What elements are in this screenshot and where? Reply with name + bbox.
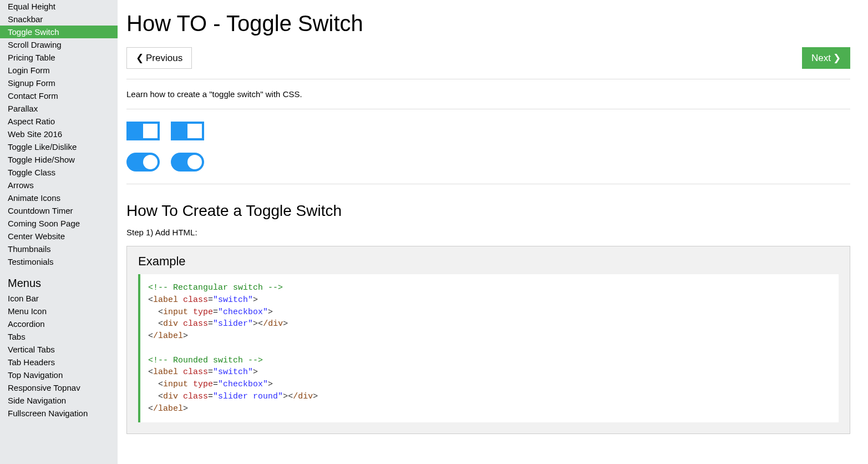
sidebar-heading-menus: Menus xyxy=(0,268,118,292)
chevron-left-icon: ❮ xyxy=(136,52,144,64)
sidebar-item[interactable]: Toggle Hide/Show xyxy=(0,153,118,166)
sidebar-item[interactable]: Top Navigation xyxy=(0,369,118,381)
main-content: How TO - Toggle Switch ❮ Previous Next ❯… xyxy=(118,0,868,464)
sidebar-item[interactable]: Menu Icon xyxy=(0,305,118,317)
sidebar-item[interactable]: Accordion xyxy=(0,317,118,330)
sidebar-item[interactable]: Fullscreen Navigation xyxy=(0,407,118,420)
step-label: Step 1) Add HTML: xyxy=(126,228,850,237)
sidebar-item[interactable]: Parallax xyxy=(0,102,118,115)
demo-row-square xyxy=(126,122,850,140)
previous-button[interactable]: ❮ Previous xyxy=(126,47,192,69)
sidebar-item[interactable]: Countdown Timer xyxy=(0,204,118,217)
sidebar-item[interactable]: Vertical Tabs xyxy=(0,343,118,356)
sidebar-item[interactable]: Snackbar xyxy=(0,13,118,26)
sidebar-item[interactable]: Login Form xyxy=(0,64,118,77)
sidebar-item[interactable]: Thumbnails xyxy=(0,243,118,255)
sidebar-item[interactable]: Contact Form xyxy=(0,89,118,102)
sidebar-item[interactable]: Web Site 2016 xyxy=(0,128,118,140)
divider xyxy=(126,184,850,184)
sidebar-item[interactable]: Tab Headers xyxy=(0,356,118,369)
sidebar-item[interactable]: Arrows xyxy=(0,179,118,191)
sidebar-item[interactable]: Pricing Table xyxy=(0,51,118,64)
sidebar-item[interactable]: Toggle Switch xyxy=(0,26,118,38)
sidebar-item[interactable]: Equal Height xyxy=(0,0,118,13)
sidebar-item[interactable]: Coming Soon Page xyxy=(0,217,118,230)
example-title: Example xyxy=(138,254,839,269)
sidebar-item[interactable]: Center Website xyxy=(0,230,118,243)
sidebar: Equal HeightSnackbarToggle SwitchScroll … xyxy=(0,0,118,464)
toggle-switch-round-off[interactable] xyxy=(126,153,160,172)
toggle-switch-round-on[interactable] xyxy=(171,153,204,172)
sidebar-item[interactable]: Signup Form xyxy=(0,77,118,89)
intro-text: Learn how to create a "toggle switch" wi… xyxy=(126,89,850,99)
next-button[interactable]: Next ❯ xyxy=(802,47,850,69)
section-title: How To Create a Toggle Switch xyxy=(126,202,850,220)
example-box: Example <!-- Rectangular switch --><labe… xyxy=(126,246,850,434)
sidebar-item[interactable]: Animate Icons xyxy=(0,191,118,204)
sidebar-item[interactable]: Testimonials xyxy=(0,255,118,268)
toggle-switch-square-on[interactable] xyxy=(171,122,204,140)
sidebar-item[interactable]: Tabs xyxy=(0,330,118,343)
toggle-switch-square-off[interactable] xyxy=(126,122,160,140)
demo-row-round xyxy=(126,153,850,172)
sidebar-item[interactable]: Icon Bar xyxy=(0,292,118,305)
sidebar-item[interactable]: Toggle Class xyxy=(0,166,118,179)
sidebar-item[interactable]: Side Navigation xyxy=(0,394,118,407)
sidebar-item[interactable]: Responsive Topnav xyxy=(0,381,118,394)
code-block: <!-- Rectangular switch --><label class=… xyxy=(138,274,839,422)
sidebar-item[interactable]: Toggle Like/Dislike xyxy=(0,140,118,153)
sidebar-item[interactable]: Aspect Ratio xyxy=(0,115,118,128)
sidebar-item[interactable]: Scroll Drawing xyxy=(0,38,118,51)
divider xyxy=(126,79,850,79)
chevron-right-icon: ❯ xyxy=(833,52,841,64)
page-title: How TO - Toggle Switch xyxy=(126,11,850,36)
divider xyxy=(126,109,850,109)
